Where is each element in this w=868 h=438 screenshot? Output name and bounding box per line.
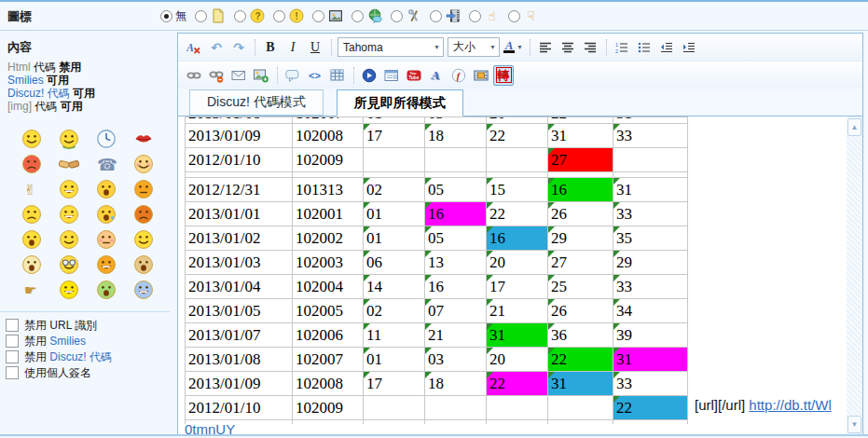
outdent-button[interactable] — [656, 37, 677, 58]
video-button[interactable] — [471, 65, 491, 86]
unlink-button[interactable] — [206, 65, 227, 86]
emoticon-big-smile[interactable] — [59, 204, 79, 225]
emoticon-sick[interactable] — [96, 280, 117, 300]
emoticon-sob[interactable] — [96, 204, 117, 225]
table-button[interactable] — [327, 65, 348, 86]
emoticon-squint[interactable] — [133, 179, 154, 199]
emoticon-devil[interactable] — [133, 204, 154, 225]
tab-wysiwyg-mode[interactable]: 所見即所得模式 — [337, 89, 463, 116]
checkbox-option-1[interactable]: 禁用 Smilies — [6, 334, 112, 349]
radio-button[interactable] — [391, 10, 403, 22]
align-left-button[interactable] — [535, 37, 556, 58]
scroll-up-button[interactable]: ▲ — [847, 118, 861, 136]
editor-content[interactable]: 2013/01/0810200701032022312013/01/091020… — [178, 116, 862, 435]
checkbox[interactable] — [6, 366, 19, 379]
post-icon-option-thumb-down[interactable]: ☟ — [508, 8, 539, 24]
emoticon-hug[interactable] — [59, 129, 79, 149]
permission-status: 可用 — [70, 87, 95, 100]
post-icon-option-none[interactable]: 無 — [160, 8, 186, 24]
emoticon-stare[interactable] — [133, 254, 154, 275]
permission-link[interactable]: Smilies — [7, 74, 44, 87]
remove-format-button[interactable]: A — [184, 37, 204, 58]
radio-button[interactable] — [351, 10, 364, 22]
emoticon-excited[interactable] — [96, 254, 117, 275]
ordered-list-button[interactable]: 12 — [612, 37, 632, 58]
scroll-down-button[interactable]: ▼ — [847, 416, 861, 433]
media-button[interactable] — [359, 65, 379, 86]
emoticon-sad[interactable] — [21, 204, 42, 225]
post-icon-option-exclaim[interactable]: ! — [273, 8, 304, 24]
checkbox[interactable] — [6, 335, 19, 348]
checkbox[interactable] — [6, 350, 19, 363]
checkbox-label-link[interactable]: Smilies — [49, 335, 86, 348]
checkbox-option-3[interactable]: 使用個人簽名 — [6, 365, 112, 380]
quote-button[interactable] — [282, 65, 303, 86]
radio-button[interactable] — [430, 10, 442, 22]
emoticon-smile-2[interactable] — [59, 229, 79, 250]
link-button[interactable] — [184, 65, 204, 86]
radio-button[interactable] — [273, 10, 285, 22]
post-icon-option-film[interactable] — [430, 8, 461, 24]
tab-discuz-code-mode[interactable]: Discuz! 代碼模式 — [189, 89, 324, 116]
convert-button[interactable]: 轉 — [493, 65, 514, 86]
emoticon-titter[interactable] — [133, 229, 154, 250]
font-color-button[interactable]: A▼ — [503, 37, 524, 58]
email-button[interactable] — [228, 65, 249, 86]
emoticon-funk[interactable] — [59, 280, 79, 300]
short-code-link[interactable]: 0tmnUY — [185, 421, 235, 435]
image-button[interactable] — [251, 65, 271, 86]
post-icon-option-globe[interactable] — [351, 8, 382, 24]
radio-button[interactable] — [508, 10, 520, 22]
post-icon-option-tools[interactable] — [391, 8, 421, 24]
radio-button[interactable] — [469, 10, 481, 22]
emoticon-victory[interactable]: ✌ — [21, 179, 42, 199]
emoticon-clap[interactable]: ☛ — [21, 280, 42, 300]
italic-button[interactable]: I — [282, 37, 303, 58]
emoticon-kiss[interactable] — [133, 129, 154, 149]
emoticon-time[interactable] — [96, 129, 117, 149]
checkbox-option-0[interactable]: 禁用 URL 識別 — [6, 318, 112, 333]
emoticon-glasses[interactable] — [59, 254, 79, 275]
flash-text-button[interactable]: AA — [426, 65, 447, 86]
emoticon-surprised[interactable] — [21, 229, 42, 250]
emoticon-call[interactable]: ☎ — [96, 154, 117, 174]
radio-button[interactable] — [195, 10, 207, 22]
post-icon-option-photo[interactable] — [312, 8, 343, 24]
code-button[interactable]: <> — [305, 65, 325, 86]
emoticon-cool[interactable] — [133, 280, 154, 300]
emoticon-shy[interactable] — [133, 154, 154, 174]
db-tt-link[interactable]: http://db.tt/Wl — [749, 397, 831, 413]
checkbox-option-2[interactable]: 禁用 Discuz! 代碼 — [6, 349, 112, 364]
flash-button[interactable]: f — [448, 65, 469, 86]
size-select[interactable]: 大小▼ — [448, 37, 500, 57]
emoticon-shocked[interactable] — [21, 254, 42, 275]
vertical-scrollbar[interactable]: ▲ ▼ — [847, 116, 862, 435]
emoticon-angry[interactable] — [21, 154, 42, 174]
emoticon-cry[interactable] — [96, 179, 117, 199]
bold-button[interactable]: B — [260, 37, 281, 58]
indent-button[interactable] — [679, 37, 699, 58]
align-right-button[interactable] — [580, 37, 600, 58]
youtube-button[interactable]: YouTube — [404, 65, 424, 86]
font-select[interactable]: Tahoma▼ — [338, 37, 444, 57]
emoticon-laugh[interactable] — [59, 179, 79, 199]
pagelist-button[interactable] — [381, 65, 402, 86]
post-icon-option-question[interactable]: ? — [234, 8, 265, 24]
post-icon-option-page[interactable] — [195, 8, 226, 24]
redo-button[interactable]: ↷ — [228, 37, 249, 58]
checkbox[interactable] — [6, 319, 19, 332]
radio-button[interactable] — [160, 10, 172, 22]
unordered-list-button[interactable] — [634, 37, 654, 58]
number-cell: 31 — [548, 124, 613, 148]
emoticon-blush[interactable] — [96, 229, 117, 250]
emoticon-smile[interactable] — [21, 129, 42, 149]
emoticon-handshake[interactable] — [59, 154, 79, 174]
checkbox-label-link[interactable]: Discuz! 代碼 — [49, 350, 112, 363]
post-icon-option-thumb-up[interactable]: ☝ — [469, 8, 500, 24]
permission-link[interactable]: Discuz! 代碼 — [7, 87, 70, 100]
align-center-button[interactable] — [558, 37, 578, 58]
radio-button[interactable] — [312, 10, 324, 22]
radio-button[interactable] — [234, 10, 246, 22]
underline-button[interactable]: U — [305, 37, 325, 58]
undo-button[interactable]: ↶ — [206, 37, 227, 58]
